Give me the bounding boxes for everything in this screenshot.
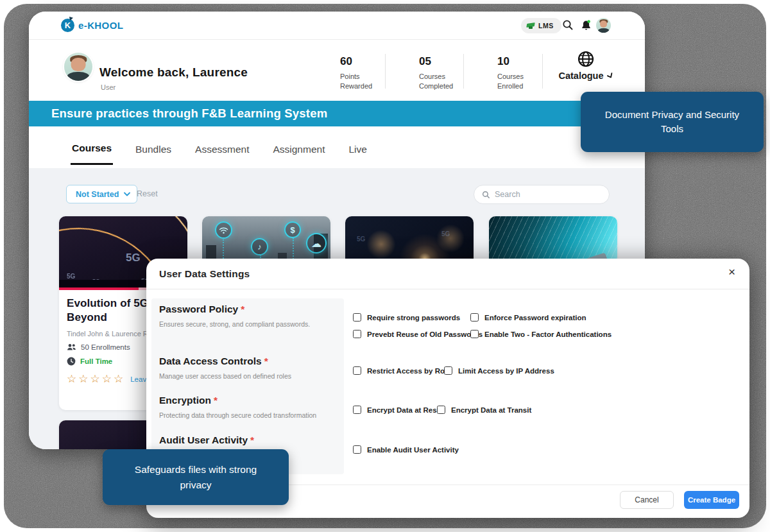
promo-banner: Ensure practices through F&B Learning Sy… bbox=[29, 101, 645, 126]
checkbox-two-factor[interactable]: Enable Two - Factor Authentications bbox=[470, 330, 612, 338]
stat-label: Courses Completed bbox=[419, 72, 465, 92]
tab-assessment[interactable]: Assessment bbox=[194, 131, 250, 164]
checkbox-icon[interactable] bbox=[437, 406, 445, 414]
checkbox-require-strong-passwords[interactable]: Require strong passwords bbox=[353, 313, 460, 322]
user-avatar-large bbox=[64, 53, 92, 81]
checkbox-enable-audit[interactable]: Enable Audit User Activity bbox=[353, 445, 459, 454]
catalogue-button[interactable]: Catalogue bbox=[554, 50, 618, 82]
status-filter-label: Not Started bbox=[76, 190, 119, 199]
section-desc-password-policy: Ensures secure, strong, and compliant pa… bbox=[159, 320, 310, 328]
chevron-down-icon bbox=[124, 192, 130, 196]
reset-filters-button[interactable]: Reset bbox=[137, 189, 158, 198]
people-icon bbox=[67, 343, 76, 351]
lms-badge[interactable]: LMS bbox=[521, 18, 561, 33]
section-title-encryption: Encryption* bbox=[159, 395, 218, 406]
tooltip-safeguards-files: Safeguards files with strong privacy bbox=[103, 449, 289, 505]
stat-divider bbox=[542, 54, 543, 89]
cancel-button[interactable]: Cancel bbox=[620, 491, 674, 509]
tab-courses[interactable]: Courses bbox=[71, 130, 113, 165]
tab-assignment[interactable]: Assignment bbox=[271, 131, 326, 164]
search-input[interactable] bbox=[495, 190, 591, 199]
notification-bell-icon[interactable] bbox=[580, 19, 593, 32]
stat-value: 10 bbox=[497, 55, 555, 68]
cloud-icon: ☁ bbox=[306, 233, 327, 253]
section-title-audit: Audit User Activity* bbox=[159, 434, 254, 446]
stat-value: 60 bbox=[340, 55, 398, 68]
clock-icon bbox=[67, 357, 76, 366]
catalogue-label: Catalogue bbox=[558, 71, 603, 81]
globe-icon bbox=[577, 50, 595, 68]
create-badge-button[interactable]: Create Badge bbox=[684, 491, 739, 509]
checkbox-prevent-reuse[interactable]: Prevebt Reuse of Old Passwords bbox=[353, 330, 483, 338]
tooltip-document-privacy: Document Privacy and Security Tools bbox=[581, 92, 764, 152]
welcome-title: Welcome back, Laurence bbox=[99, 65, 248, 80]
checkbox-icon[interactable] bbox=[470, 313, 479, 322]
stat-label: Points Rewarded bbox=[340, 72, 386, 92]
stat-label: Courses Enrolled bbox=[497, 72, 543, 92]
section-title-password-policy: Password Policy* bbox=[159, 304, 244, 315]
required-asterisk: * bbox=[250, 434, 254, 445]
section-desc-data-access: Manage user access based on defined role… bbox=[159, 372, 291, 380]
stat-courses-completed: 05 Courses Completed bbox=[419, 55, 477, 92]
modal-title: User Data Settings bbox=[159, 268, 250, 280]
screenshot-stage: K e-KHOOL LMS Welcome back, Laurence Use… bbox=[0, 0, 770, 532]
tabs-bar: Courses Bundles Assessment Assignment Li… bbox=[29, 126, 645, 168]
section-title-data-access: Data Access Controls* bbox=[159, 356, 268, 367]
stat-courses-enrolled: 10 Courses Enrolled bbox=[497, 55, 555, 92]
tab-bundles[interactable]: Bundles bbox=[134, 131, 173, 164]
welcome-role: User bbox=[101, 83, 116, 91]
search-icon bbox=[482, 191, 490, 199]
search-icon[interactable] bbox=[562, 19, 575, 32]
status-filter-dropdown[interactable]: Not Started bbox=[66, 185, 137, 203]
modal-header: User Data Settings × bbox=[146, 259, 749, 289]
checkbox-restrict-access-role[interactable]: Restrict Access by Role bbox=[353, 366, 451, 375]
topbar: K e-KHOOL LMS bbox=[29, 12, 645, 40]
checkbox-icon[interactable] bbox=[353, 366, 361, 375]
arrow-down-right-icon bbox=[606, 73, 613, 80]
required-asterisk: * bbox=[264, 356, 268, 366]
checkbox-icon[interactable] bbox=[353, 313, 361, 322]
checkbox-icon[interactable] bbox=[353, 406, 361, 414]
graduation-cap-icon bbox=[527, 22, 535, 30]
logo-icon: K bbox=[61, 19, 74, 32]
stat-divider bbox=[463, 54, 464, 89]
stat-divider bbox=[385, 54, 386, 89]
section-desc-encryption: Protecting data through secure coded tra… bbox=[159, 411, 316, 419]
course-search-box[interactable] bbox=[474, 185, 610, 204]
checkbox-encrypt-at-reset[interactable]: Encrypt Data at Reset bbox=[353, 406, 443, 414]
brand-logo[interactable]: K e-KHOOL bbox=[61, 19, 123, 32]
checkbox-icon[interactable] bbox=[444, 366, 452, 375]
user-avatar-small[interactable] bbox=[596, 18, 611, 33]
required-asterisk: * bbox=[214, 395, 218, 406]
checkbox-icon[interactable] bbox=[353, 330, 361, 338]
checkbox-encrypt-at-transit[interactable]: Encrypt Data at Transit bbox=[437, 406, 531, 414]
music-icon: ♪ bbox=[251, 238, 268, 255]
checkbox-icon[interactable] bbox=[353, 445, 361, 454]
checkbox-limit-access-ip[interactable]: Limit Access by IP Address bbox=[444, 366, 554, 375]
tab-live[interactable]: Live bbox=[347, 131, 368, 164]
stat-value: 05 bbox=[419, 55, 477, 68]
wifi-icon bbox=[215, 221, 232, 239]
lms-badge-label: LMS bbox=[538, 22, 554, 30]
close-icon[interactable]: × bbox=[728, 266, 735, 278]
required-asterisk: * bbox=[241, 304, 244, 314]
dollar-icon: $ bbox=[284, 221, 301, 238]
checkbox-enforce-password-expiration[interactable]: Enforce Password expiration bbox=[470, 313, 586, 322]
banner-text: Ensure practices through F&B Learning Sy… bbox=[51, 107, 327, 121]
logo-text: e-KHOOL bbox=[78, 20, 123, 31]
star-rating[interactable]: ☆☆☆☆☆ bbox=[67, 372, 125, 386]
checkbox-icon[interactable] bbox=[470, 330, 479, 338]
stat-points-rewarded: 60 Points Rewarded bbox=[340, 55, 398, 92]
